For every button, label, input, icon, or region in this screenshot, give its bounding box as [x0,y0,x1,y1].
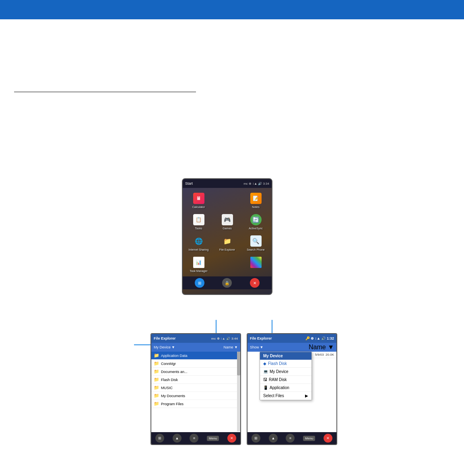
ram-icon: 🖫 [263,377,267,382]
file-item-appdata[interactable]: 📁 Application Data [151,352,240,360]
dropdown-menu-button[interactable]: Menu [303,436,315,441]
dropdown-menu-icon-button[interactable]: ≡ [286,434,295,443]
folder-icon-programfiles: 📁 [154,401,159,406]
file-item-connmgr[interactable]: 📁 ConnMgr [151,360,240,368]
folder-icon-appdata: 📁 [154,353,159,358]
app-search-phone[interactable]: 🔍 Search Phone [242,233,269,253]
dropdown-sort[interactable]: Name ▼ [309,344,334,351]
app-empty-center-1 [214,190,241,210]
lock-button[interactable]: 🔒 [222,278,232,288]
close-button[interactable]: ✕ [250,278,260,288]
app-calculator-label: Calculator [192,206,205,208]
start-bottom-bar: ⊞ 🔒 ✕ [183,276,272,289]
app-grid: 🖩 Calculator 📝 Notes 📋 Tasks 🎮 Games 🔄 A… [183,188,272,276]
app-empty-center-2 [214,254,241,274]
app-icon: 📱 [263,385,268,390]
folder-icon-documents: 📁 [154,369,159,374]
app-task-manager[interactable]: 📊 Task Manager [185,254,212,274]
folder-icon-connmgr: 📁 [154,361,159,366]
device-icon: 💻 [263,369,268,374]
app-internet-sharing[interactable]: 🌐 Internet Sharing [185,233,212,253]
header-bar [0,0,464,19]
divider-line [14,92,196,92]
start-button[interactable]: ⊞ [195,278,204,288]
dropdown-nav-bar: Show ▼ Name ▼ [247,343,336,352]
dropdown-item-ramdisk[interactable]: 🖫 RAM Disk [260,376,311,384]
file-item-documents[interactable]: 📁 Documents an... [151,368,240,376]
dropdown-item-mydevice[interactable]: 💻 My Device [260,368,311,376]
app-tasks[interactable]: 📋 Tasks [185,212,212,231]
bullet-icon: ◆ [263,361,266,366]
file-scrollbar[interactable] [237,352,240,431]
app-fileexp-label: File Explorer [219,248,235,251]
app-file-explorer[interactable]: 📁 File Explorer [214,233,241,253]
file-up-button[interactable]: ▲ [173,434,181,443]
folder-icon-flashdisk: 📁 [154,377,159,382]
dropdown-item-application[interactable]: 📱 Application [260,384,311,392]
file-title: File Explorer [154,336,176,340]
file-list: 📁 Application Data 📁 ConnMgr 📁 Documents… [151,352,240,408]
file-close-button[interactable]: ✕ [227,434,236,443]
file-nav-bar: My Device ▼ Name ▼ [151,343,240,352]
start-status-icons: mc ⊕ ↕▲ 🔊 3:34 [243,182,269,185]
dropdown-menu: My Device ◆ Flash Disk 💻 My Device 🖫 RAM… [260,352,312,400]
dropdown-location-chevron[interactable]: ▼ [260,345,264,349]
start-status-bar: Start mc ⊕ ↕▲ 🔊 3:34 [183,179,272,188]
app-activesync[interactable]: 🔄 ActiveSync [242,212,269,231]
app-internet-label: Internet Sharing [189,248,209,251]
app-notes[interactable]: 📝 Notes [242,190,269,210]
app-colorful[interactable] [242,254,269,274]
dropdown-start-button[interactable]: ⊞ [252,434,260,443]
dropdown-item-flashdisk[interactable]: ◆ Flash Disk [260,360,311,368]
file-bottom-bar: ⊞ ▲ ≡ Menu ✕ [151,432,240,444]
file-menu-button[interactable]: Menu [207,436,219,441]
dropdown-bottom-bar: ⊞ ▲ ≡ Menu ✕ [247,432,336,444]
scrollbar-thumb[interactable] [237,352,240,375]
file-status-icons: mc ⊕ ↕▲ 🔊 3:44 [211,337,238,340]
device-start-screen: Start mc ⊕ ↕▲ 🔊 3:34 🖩 Calculator 📝 Note… [182,178,272,295]
arrow-right-icon: ▶ [305,394,308,398]
file-title-bar: File Explorer mc ⊕ ↕▲ 🔊 3:44 [151,334,240,343]
file-location[interactable]: My Device ▼ [154,345,175,349]
dropdown-title-bar: File Explorer 🔑 ⊕ ↕▲ 🔊 1:32 [247,334,336,343]
app-search-label: Search Phone [247,248,264,251]
dropdown-title: File Explorer [250,336,272,340]
file-item-flashdisk[interactable]: 📁 Flash Disk [151,376,240,384]
dropdown-location[interactable]: Show ▼ [250,345,263,349]
app-activesync-label: ActiveSync [249,227,263,230]
app-calculator[interactable]: 🖩 Calculator [185,190,212,210]
folder-icon-mydocs: 📁 [154,393,159,398]
device-file-explorer: File Explorer mc ⊕ ↕▲ 🔊 3:44 My Device ▼… [151,333,241,445]
file-menu-icon-button[interactable]: ≡ [190,434,198,443]
file-item-mydocs[interactable]: 📁 My Documents [151,392,240,400]
app-games[interactable]: 🎮 Games [214,212,241,231]
file-start-button[interactable]: ⊞ [155,434,164,443]
folder-icon-music: 📁 [154,385,159,390]
device-file-explorer-dropdown: File Explorer 🔑 ⊕ ↕▲ 🔊 1:32 Show ▼ Name … [247,333,337,445]
dropdown-item-selectfiles[interactable]: Select Files ▶ [260,392,311,400]
file-item-programfiles[interactable]: 📁 Program Files [151,400,240,408]
app-games-label: Games [223,227,232,230]
file-sort[interactable]: Name ▼ [224,345,238,349]
dropdown-header: My Device [260,352,311,360]
app-taskman-label: Task Manager [190,270,208,272]
app-tasks-label: Tasks [195,227,202,230]
app-notes-label: Notes [252,206,259,208]
dropdown-status-icons: 🔑 ⊕ ↕▲ 🔊 1:32 [305,336,334,340]
dropdown-up-button[interactable]: ▲ [269,434,278,443]
start-title: Start [185,181,193,185]
location-chevron[interactable]: ▼ [171,345,175,349]
dropdown-close-button[interactable]: ✕ [324,434,332,443]
file-item-music[interactable]: 📁 MUSIC [151,384,240,392]
